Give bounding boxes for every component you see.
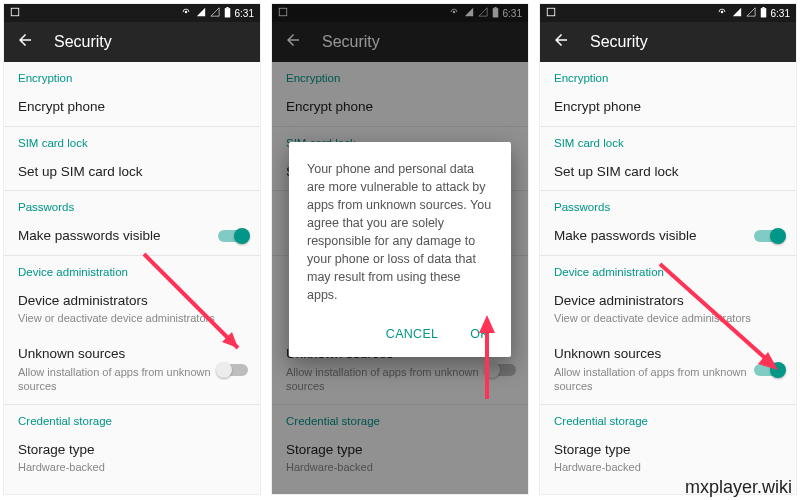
toggle-passwords-visible[interactable] — [218, 229, 248, 243]
section-credential: Credential storage — [540, 405, 796, 431]
item-passwords-visible[interactable]: Make passwords visible — [540, 217, 796, 255]
page-title: Security — [590, 33, 648, 51]
section-encryption: Encryption — [4, 62, 260, 88]
item-device-admins[interactable]: Device administrators View or deactivate… — [540, 282, 796, 336]
section-sim: SIM card lock — [4, 127, 260, 153]
section-sim: SIM card lock — [540, 127, 796, 153]
app-bar: Security — [4, 22, 260, 62]
screen-dialog: 6:31 Security Encryption Encrypt phone S… — [272, 4, 528, 494]
item-sim-lock[interactable]: Set up SIM card lock — [540, 153, 796, 191]
signal-icon — [746, 7, 756, 19]
watermark: mxplayer.wiki — [685, 477, 792, 498]
svg-rect-15 — [762, 7, 764, 8]
item-unknown-sources[interactable]: Unknown sources Allow installation of ap… — [540, 335, 796, 403]
screenshot-icon — [10, 7, 20, 19]
settings-list: Encryption Encrypt phone SIM card lock S… — [4, 62, 260, 484]
section-device-admin: Device administration — [540, 256, 796, 282]
item-storage-type[interactable]: Storage type Hardware-backed — [4, 431, 260, 485]
item-encrypt-phone[interactable]: Encrypt phone — [540, 88, 796, 126]
svg-rect-12 — [547, 8, 555, 16]
item-device-admins[interactable]: Device administrators View or deactivate… — [4, 282, 260, 336]
dialog-message: Your phone and personal data are more vu… — [307, 160, 493, 305]
back-icon[interactable] — [552, 31, 570, 53]
clock-text: 6:31 — [235, 8, 254, 19]
svg-point-13 — [720, 11, 723, 14]
toggle-unknown-sources[interactable] — [754, 363, 784, 377]
dialog-scrim: Your phone and personal data are more vu… — [272, 4, 528, 494]
item-passwords-visible[interactable]: Make passwords visible — [4, 217, 260, 255]
status-bar: 6:31 — [4, 4, 260, 22]
svg-rect-3 — [226, 7, 228, 8]
section-encryption: Encryption — [540, 62, 796, 88]
screen-before: 6:31 Security Encryption Encrypt phone S… — [4, 4, 260, 494]
app-bar: Security — [540, 22, 796, 62]
toggle-passwords-visible[interactable] — [754, 229, 784, 243]
svg-rect-0 — [11, 8, 19, 16]
item-encrypt-phone[interactable]: Encrypt phone — [4, 88, 260, 126]
network-icon — [196, 7, 206, 19]
confirm-dialog: Your phone and personal data are more vu… — [289, 142, 511, 357]
section-device-admin: Device administration — [4, 256, 260, 282]
settings-list: Encryption Encrypt phone SIM card lock S… — [540, 62, 796, 484]
battery-icon — [224, 7, 231, 20]
section-credential: Credential storage — [4, 405, 260, 431]
screenshot-icon — [546, 7, 556, 19]
hotspot-icon — [180, 7, 192, 19]
section-passwords: Passwords — [540, 191, 796, 217]
hotspot-icon — [716, 7, 728, 19]
signal-icon — [210, 7, 220, 19]
svg-rect-14 — [760, 8, 766, 17]
dialog-actions: CANCEL OK — [307, 319, 493, 349]
item-unknown-sources[interactable]: Unknown sources Allow installation of ap… — [4, 335, 260, 403]
toggle-unknown-sources[interactable] — [218, 363, 248, 377]
section-passwords: Passwords — [4, 191, 260, 217]
page-title: Security — [54, 33, 112, 51]
battery-icon — [760, 7, 767, 20]
svg-point-1 — [184, 11, 187, 14]
cancel-button[interactable]: CANCEL — [382, 319, 443, 349]
status-bar: 6:31 — [540, 4, 796, 22]
back-icon[interactable] — [16, 31, 34, 53]
network-icon — [732, 7, 742, 19]
svg-rect-2 — [224, 8, 230, 17]
clock-text: 6:31 — [771, 8, 790, 19]
item-sim-lock[interactable]: Set up SIM card lock — [4, 153, 260, 191]
ok-button[interactable]: OK — [466, 319, 493, 349]
screen-after: 6:31 Security Encryption Encrypt phone S… — [540, 4, 796, 494]
